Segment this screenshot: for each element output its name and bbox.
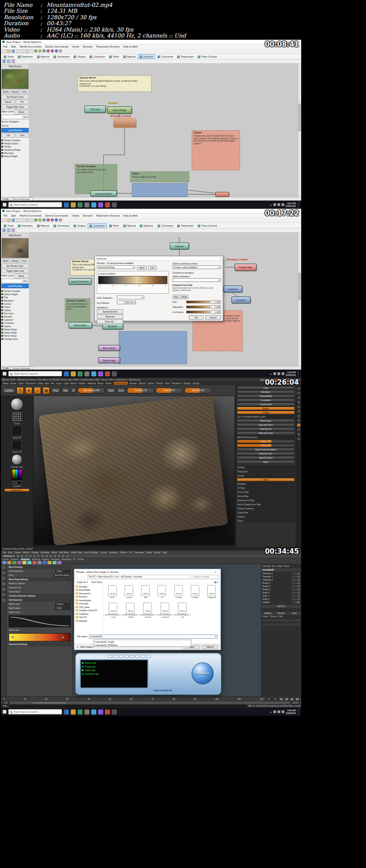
menu-item[interactable]: Parameter Devices	[96, 45, 120, 48]
menu-item[interactable]: Arnold	[154, 551, 160, 554]
tray-icon[interactable]	[277, 710, 280, 713]
channel-box-menu[interactable]: Edit	[272, 565, 276, 567]
tool-setting-row[interactable]: Common Selection Options	[8, 594, 72, 598]
subpalette-header[interactable]: Ghost	[237, 478, 295, 482]
setting-value[interactable]: Edit Pivot Reset	[53, 574, 71, 577]
hvs-button[interactable]: HVS	[20, 259, 29, 263]
slider-value[interactable]: 0.150	[211, 300, 221, 304]
menu-item[interactable]: Create	[14, 551, 21, 554]
strip-icon[interactable]	[297, 401, 300, 404]
menu-item[interactable]: Mesh	[52, 551, 57, 554]
view-yellow-icon[interactable]	[38, 218, 42, 222]
operation-button[interactable]: Spread Evenly	[97, 309, 123, 314]
subpalette-header[interactable]: Unified Skin	[237, 511, 295, 514]
checkbox-icon[interactable]	[82, 673, 84, 675]
undo-icon[interactable]	[16, 49, 20, 53]
device-tab[interactable]: Natural	[121, 223, 137, 228]
device-tree-item[interactable]: File Input	[1, 312, 29, 315]
status-icon[interactable]	[29, 555, 32, 558]
tool-setting-row[interactable]: Tweak Mode	[8, 590, 72, 594]
device-tab[interactable]: Output	[72, 223, 87, 228]
zb-menu-item[interactable]: Movie	[98, 382, 104, 385]
new-icon[interactable]	[2, 218, 6, 222]
device-tree-item[interactable]: Curves	[1, 302, 29, 305]
brush-icon[interactable]: ✎	[16, 387, 24, 394]
subpalette-header[interactable]: Initialize	[237, 515, 295, 519]
save-icon[interactable]	[11, 49, 15, 53]
ramp-stop[interactable]	[12, 636, 14, 639]
node-layout-generator[interactable]: Layout Generator	[68, 278, 91, 285]
show-desktop-button[interactable]	[298, 370, 299, 377]
menu-set-combo[interactable]: Modeling▾	[2, 555, 16, 558]
zb-menu-item[interactable]: Layer	[56, 382, 62, 385]
subpalette-header[interactable]: Displacement Map	[237, 498, 295, 502]
sculpted-terrain-render[interactable]	[38, 396, 228, 545]
menu-item[interactable]: Generate	[134, 551, 144, 554]
zb-menu-item[interactable]: Zscript	[193, 382, 199, 385]
palette-button[interactable]: BlurMask	[237, 390, 295, 394]
palette-button[interactable]: Mask By Alpha	[237, 456, 295, 460]
xnormal-tab-icon[interactable]	[146, 655, 151, 658]
channel-value[interactable]: 0	[292, 585, 300, 587]
layer-row[interactable]	[261, 623, 301, 626]
device-tree-item[interactable]: Clamp	[1, 308, 29, 312]
rotate-tool-icon[interactable]	[1, 582, 6, 586]
tool-setting-row[interactable]: Falloff radius:5.000	[8, 606, 72, 610]
channel-value[interactable]: 1	[292, 595, 300, 597]
focal-shift-slider[interactable]: Focal Shift 0	[156, 387, 183, 393]
bake-option-row[interactable]: Normal map	[82, 661, 146, 665]
layout-icon[interactable]	[2, 59, 6, 63]
taskbar-app-icon[interactable]	[64, 371, 69, 376]
status-icon[interactable]	[49, 555, 52, 558]
menu-item[interactable]: Mesh Tools	[71, 551, 83, 554]
shelf-tab[interactable]: Surfaces	[10, 558, 19, 561]
strip-icon[interactable]	[297, 428, 300, 431]
shelf-icon[interactable]	[2, 561, 6, 564]
subpalette-header[interactable]: Normal Map	[237, 494, 295, 498]
select-tool-icon[interactable]	[1, 565, 6, 570]
device-tab[interactable]: Filter	[107, 54, 120, 59]
view-green-icon[interactable]	[34, 49, 37, 53]
water-level-input[interactable]: +50m	[1, 279, 29, 283]
device-tab[interactable]: Macros	[35, 54, 52, 59]
device-tab[interactable]: Parameter	[175, 54, 195, 59]
menu-item[interactable]: Edit	[11, 45, 16, 48]
xnormal-tab-icon[interactable]	[141, 655, 145, 658]
layout-icon[interactable]	[2, 228, 6, 232]
xnormal-tab-icon[interactable]	[130, 655, 134, 658]
menu-item[interactable]: Help & Web	[123, 214, 138, 217]
time-slider[interactable]: 1102030405060708090100110120 14 14 |◀ ◀ …	[1, 696, 301, 701]
device-tree-item[interactable]: Advanced Paths	[1, 148, 29, 151]
symmetry-settings-header[interactable]: Symmetry Settings	[8, 642, 72, 646]
status-icon[interactable]	[37, 555, 40, 558]
shelf-tab[interactable]: Sculpting	[32, 558, 41, 561]
toggle-main-view-button[interactable]: Toggle Main View	[1, 105, 29, 109]
menu-item[interactable]: File	[3, 551, 6, 554]
file-item[interactable]: TARGA oli	[154, 585, 170, 603]
device-tree-item[interactable]: Perlin Noise	[1, 334, 29, 337]
alpha-icon[interactable]: ◐	[34, 387, 41, 394]
suggestion-item[interactable]: mountain01_height	[94, 640, 191, 643]
save-icon[interactable]	[11, 218, 15, 222]
strip-icon[interactable]	[297, 419, 300, 422]
taskbar-app-icon[interactable]	[84, 371, 89, 376]
wire-icon[interactable]	[11, 228, 15, 232]
shade-button[interactable]: Shade	[10, 259, 19, 263]
redo-icon[interactable]	[21, 218, 24, 222]
palette-button[interactable]: Mask By Smoothness	[237, 435, 295, 439]
color-selection-combo[interactable]: ▾	[117, 296, 144, 299]
menu-item[interactable]: Devices	[83, 45, 93, 48]
file-item[interactable]: TARGA t_height_file	[204, 585, 220, 603]
gradient-markers[interactable]: ▲▲▲▲▲▲	[98, 284, 167, 286]
device-tab[interactable]: Macros	[35, 223, 52, 228]
shelf-icon[interactable]	[7, 561, 11, 564]
subpalette-header[interactable]: Contact	[237, 474, 295, 477]
shelf-tab[interactable]: Curves	[2, 558, 9, 561]
slider-bar[interactable]	[186, 301, 210, 303]
new-icon[interactable]	[2, 49, 6, 53]
note-terrain-creation[interactable]: Terrain Creation You might choose to put…	[65, 298, 90, 322]
zb-menu-item[interactable]: Material	[88, 382, 96, 385]
lock-preview-button[interactable]: Lock Preview	[1, 128, 29, 132]
preset-combo[interactable]: Starting Settings▾	[97, 265, 135, 269]
device-tab[interactable]: Flow Control	[196, 54, 219, 59]
